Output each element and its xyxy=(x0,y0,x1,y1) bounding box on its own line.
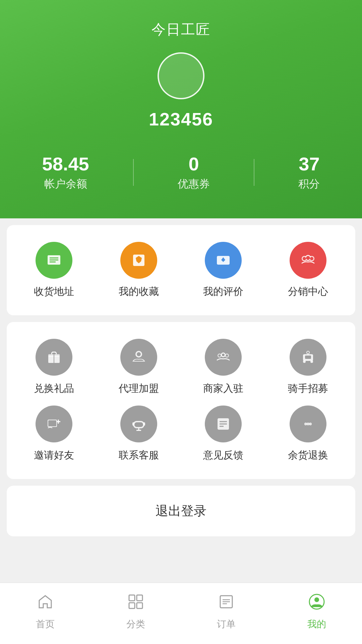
categories-icon xyxy=(127,593,144,614)
distribution-icon xyxy=(290,242,326,279)
feedback-label: 意见反馈 xyxy=(203,448,243,462)
agent-icon xyxy=(120,339,157,376)
nav-home[interactable]: 首页 xyxy=(0,593,90,631)
review-icon xyxy=(205,242,242,279)
svg-point-60 xyxy=(314,597,319,602)
gift-exchange-label: 兑换礼品 xyxy=(34,382,74,395)
svg-rect-38 xyxy=(143,422,145,426)
action-rider[interactable]: 骑手招募 xyxy=(267,339,349,395)
home-icon xyxy=(37,593,54,614)
profile-icon xyxy=(308,593,325,614)
balance-label: 帐户余额 xyxy=(42,177,89,192)
orders-icon xyxy=(218,593,235,614)
logout-section[interactable]: 退出登录 xyxy=(7,486,355,536)
points-value: 37 xyxy=(298,153,320,175)
distribution-label: 分销中心 xyxy=(288,285,328,299)
merchant-icon xyxy=(205,339,242,376)
profile-header: 今日工匠 123456 58.45 帐户余额 0 优惠券 37 积分 xyxy=(0,0,362,218)
svg-point-49 xyxy=(309,423,311,425)
stats-divider-1 xyxy=(133,159,134,186)
stats-divider-2 xyxy=(254,159,254,186)
points-label: 积分 xyxy=(298,177,320,192)
svg-point-24 xyxy=(222,354,225,356)
rider-label: 骑手招募 xyxy=(288,382,328,395)
address-icon xyxy=(36,242,72,279)
svg-point-22 xyxy=(219,355,221,357)
svg-point-11 xyxy=(303,257,306,260)
nav-orders[interactable]: 订单 xyxy=(181,593,272,631)
svg-point-23 xyxy=(226,355,228,357)
invite-label: 邀请好友 xyxy=(34,448,74,462)
svg-rect-36 xyxy=(134,422,143,427)
svg-point-13 xyxy=(306,256,310,260)
svg-point-12 xyxy=(310,257,313,260)
customer-service-label: 联系客服 xyxy=(119,448,159,462)
stat-balance[interactable]: 58.45 帐户余额 xyxy=(42,153,89,192)
svg-rect-53 xyxy=(129,603,135,608)
svg-point-30 xyxy=(307,352,309,354)
svg-rect-51 xyxy=(129,595,135,601)
action-merchant[interactable]: 商家入驻 xyxy=(183,339,264,395)
app-title: 今日工匠 xyxy=(0,20,362,39)
merchant-label: 商家入驻 xyxy=(203,382,243,395)
svg-point-18 xyxy=(137,352,141,356)
svg-rect-26 xyxy=(305,356,311,359)
stat-points[interactable]: 37 积分 xyxy=(298,153,320,192)
nav-categories[interactable]: 分类 xyxy=(90,593,181,631)
svg-rect-32 xyxy=(48,420,56,426)
return-label: 余货退换 xyxy=(288,448,328,462)
return-icon xyxy=(290,406,326,442)
review-label: 我的评价 xyxy=(203,285,243,299)
svg-rect-54 xyxy=(137,603,142,608)
username: 123456 xyxy=(0,109,362,129)
feedback-icon xyxy=(205,406,242,442)
service-actions-section: 兑换礼品 代理加盟 xyxy=(7,322,355,479)
nav-profile[interactable]: 我的 xyxy=(272,593,362,631)
profile-label: 我的 xyxy=(307,618,326,631)
rider-icon xyxy=(290,339,326,376)
action-agent[interactable]: 代理加盟 xyxy=(98,339,180,395)
invite-icon xyxy=(36,406,72,442)
action-gift-exchange[interactable]: 兑换礼品 xyxy=(13,339,95,395)
bottom-navigation: 首页 分类 订单 xyxy=(0,583,362,644)
home-label: 首页 xyxy=(36,618,55,631)
gift-exchange-icon xyxy=(36,339,72,376)
agent-label: 代理加盟 xyxy=(119,382,159,395)
svg-rect-52 xyxy=(137,595,142,601)
coupon-value: 0 xyxy=(178,153,210,175)
action-invite[interactable]: 邀请好友 xyxy=(13,406,95,462)
svg-rect-37 xyxy=(132,422,134,426)
logout-button[interactable]: 退出登录 xyxy=(156,504,206,518)
action-return[interactable]: 余货退换 xyxy=(267,406,349,462)
action-favorites[interactable]: 我的收藏 xyxy=(98,242,180,299)
svg-point-27 xyxy=(303,360,306,363)
svg-point-50 xyxy=(307,423,309,425)
stat-coupon[interactable]: 0 优惠券 xyxy=(178,153,210,192)
orders-label: 订单 xyxy=(217,618,236,631)
action-distribution[interactable]: 分销中心 xyxy=(267,242,349,299)
action-customer-service[interactable]: 联系客服 xyxy=(98,406,180,462)
balance-value: 58.45 xyxy=(42,153,89,175)
avatar[interactable] xyxy=(158,52,204,99)
action-review[interactable]: 我的评价 xyxy=(183,242,264,299)
quick-actions-section: 收货地址 我的收藏 我的评价 xyxy=(7,225,355,315)
quick-actions-grid: 收货地址 我的收藏 我的评价 xyxy=(13,242,349,299)
service-actions-grid: 兑换礼品 代理加盟 xyxy=(13,339,349,462)
favorites-label: 我的收藏 xyxy=(119,285,159,299)
stats-row: 58.45 帐户余额 0 优惠券 37 积分 xyxy=(0,146,362,192)
address-label: 收货地址 xyxy=(34,285,74,299)
coupon-label: 优惠券 xyxy=(178,177,210,192)
svg-point-28 xyxy=(310,360,313,363)
favorites-icon xyxy=(120,242,157,279)
action-feedback[interactable]: 意见反馈 xyxy=(183,406,264,462)
customer-service-icon xyxy=(120,406,157,442)
categories-label: 分类 xyxy=(126,618,145,631)
action-address[interactable]: 收货地址 xyxy=(13,242,95,299)
svg-point-48 xyxy=(305,423,306,425)
